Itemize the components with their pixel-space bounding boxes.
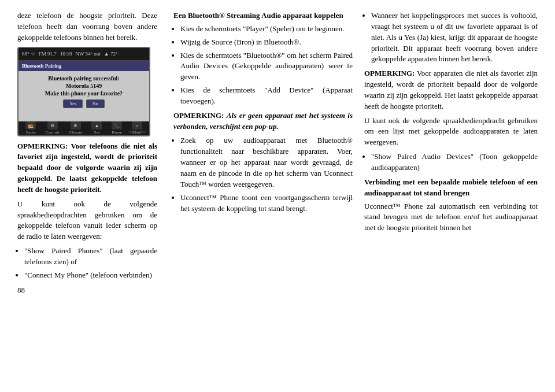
yes-button[interactable]: Yes [63, 99, 83, 108]
page-number: 88 [17, 286, 157, 295]
right-opmerking: OPMERKING: Voor apparaten die niet als f… [364, 68, 538, 112]
list-item: Kies de schermtoets "Add Device" (Appara… [180, 85, 353, 107]
middle-column: Een Bluetooth® Streaming Audio apparaat … [168, 10, 358, 382]
display-content: Bluetooth pairing successful: Motorola 5… [18, 71, 149, 121]
intro-text: deze telefoon de hoogste prioriteit. Dez… [17, 10, 157, 43]
icon-climate: ❄ Climate [69, 121, 82, 135]
display-title: Bluetooth Pairing [22, 63, 61, 69]
time-text: 10:10 [60, 51, 72, 57]
list-item: "Show Paired Phones" (laat gepaarde tele… [24, 246, 157, 268]
temp1: 68° ☆ [22, 51, 35, 57]
temp2: ▲ 72° [104, 51, 118, 57]
controls-icon: ⚙ [47, 121, 58, 130]
right-column: Wanneer het koppelingsproces met succes … [358, 10, 538, 382]
nav-text: NW 54° out [75, 51, 100, 57]
left-opmerking-heading: OPMERKING: [17, 142, 68, 150]
climate-icon: ❄ [71, 121, 81, 130]
left-opmerking: OPMERKING: Voor telefoons die niet als f… [17, 141, 157, 195]
middle-opmerking-heading: OPMERKING: [173, 111, 224, 120]
fm-text: FM 91.7 [39, 51, 57, 57]
car-display: 68° ☆ FM 91.7 10:10 NW 54° out ▲ 72° Blu… [17, 47, 150, 136]
list-item: Kies de schermtoets "Bluetooth®" om het … [180, 50, 353, 83]
list-item: Wijzig de Source (Bron) in Bluetooth®. [180, 37, 353, 48]
right-para1: U kunt ook de volgende spraakbedieopdrac… [364, 116, 538, 149]
right-opmerking-heading: OPMERKING: [364, 69, 415, 77]
middle-bullets: Kies de schermtoets "Player" (Speler) om… [180, 24, 353, 107]
list-item: "Show Paired Audio Devices" (Toon gekopp… [371, 151, 538, 173]
middle-heading: Een Bluetooth® Streaming Audio apparaat … [173, 10, 353, 21]
right-bullets2: "Show Paired Audio Devices" (Toon gekopp… [371, 151, 538, 173]
middle-bullets2: Zoek op uw audioapparaat met Bluetooth® … [180, 135, 353, 214]
list-item: Kies de schermtoets "Player" (Speler) om… [180, 24, 353, 35]
icon-nav: ▲ Nav [91, 121, 102, 135]
msg-line2: Motorola 5149 [66, 83, 102, 89]
display-id: 935564867 [129, 130, 147, 134]
right-heading2: Verbinding met een bepaalde mobiele tele… [364, 177, 538, 199]
no-button[interactable]: No [86, 99, 105, 108]
icon-radio: 📻 Radio [25, 121, 36, 135]
display-message: Bluetooth pairing successful: Motorola 5… [23, 75, 145, 97]
display-buttons: Yes No [23, 99, 145, 108]
msg-line1: Bluetooth pairing successful: [48, 75, 119, 82]
list-item: Wanneer het koppelingsproces met succes … [371, 10, 538, 65]
right-bullets: Wanneer het koppelingsproces met succes … [371, 10, 538, 65]
list-item: Uconnect™ Phone toont een voortgangssche… [180, 193, 353, 215]
icon-controls: ⚙ Controls [46, 121, 60, 135]
left-bullets: "Show Paired Phones" (laat gepaarde tele… [24, 246, 157, 281]
left-para1: U kunt ook de volgende spraakbedieopdrac… [17, 199, 157, 242]
icon-phone: 📞 Phone [112, 121, 122, 135]
list-item: Zoek op uw audioapparaat met Bluetooth® … [180, 135, 353, 190]
left-column: deze telefoon de hoogste prioriteit. Dez… [17, 10, 168, 382]
right-para2: Uconnect™ Phone zal automatisch een verb… [364, 201, 538, 234]
list-item: "Connect My Phone" (telefoon verbinden) [24, 270, 157, 281]
display-top-bar: 68° ☆ FM 91.7 10:10 NW 54° out ▲ 72° [18, 48, 149, 61]
msg-line3: Make this phone your favorite? [45, 90, 123, 97]
more-icon: ≡ [132, 121, 142, 130]
nav-icon: ▲ [91, 121, 102, 130]
radio-icon: 📻 [25, 121, 36, 130]
display-inner: Bluetooth Pairing Bluetooth pairing succ… [18, 61, 149, 135]
display-title-bar: Bluetooth Pairing [18, 61, 149, 71]
phone-icon: 📞 [112, 121, 122, 130]
middle-opmerking: OPMERKING: Als er geen apparaat met het … [173, 110, 353, 132]
